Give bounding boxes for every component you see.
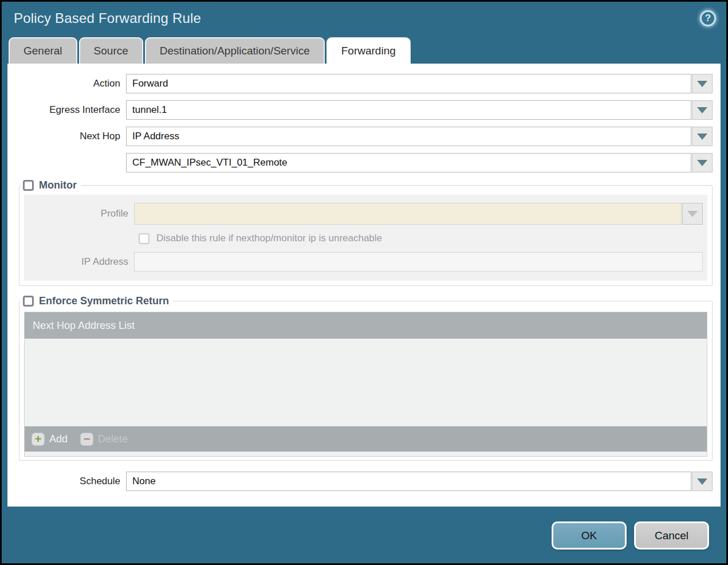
egress-interface-input[interactable] xyxy=(126,100,691,120)
ok-button[interactable]: OK xyxy=(552,521,627,550)
tab-source[interactable]: Source xyxy=(79,37,143,64)
chevron-down-icon xyxy=(697,134,707,140)
action-row: Action xyxy=(7,74,713,93)
help-icon[interactable]: ? xyxy=(700,10,716,26)
dialog-title: Policy Based Forwarding Rule xyxy=(14,10,201,26)
title-bar: Policy Based Forwarding Rule ? xyxy=(2,2,726,35)
tab-forwarding[interactable]: Forwarding xyxy=(326,37,411,65)
monitor-panel: Profile Disable this rule if nexthop/mon… xyxy=(24,195,707,281)
table-header-label: Next Hop Address List xyxy=(33,320,135,332)
action-input[interactable] xyxy=(126,74,691,93)
chevron-down-icon xyxy=(697,478,707,485)
next-hop-address-dropdown-button[interactable] xyxy=(692,153,713,172)
tab-destination-application-service[interactable]: Destination/Application/Service xyxy=(145,37,325,64)
add-button[interactable]: + Add xyxy=(32,433,68,446)
schedule-row: Schedule xyxy=(7,472,713,491)
tab-general[interactable]: General xyxy=(9,37,77,64)
profile-input xyxy=(134,203,682,225)
minus-icon: − xyxy=(80,433,93,446)
table-body[interactable] xyxy=(25,339,707,426)
next-hop-type-dropdown-button[interactable] xyxy=(692,127,713,146)
disable-rule-caption: Disable this rule if nexthop/monitor ip … xyxy=(156,233,382,244)
tab-strip: General Source Destination/Application/S… xyxy=(2,35,726,64)
cancel-button[interactable]: Cancel xyxy=(634,521,709,550)
next-hop-label: Next Hop xyxy=(7,131,126,142)
next-hop-address-combo xyxy=(126,153,713,172)
monitor-checkbox[interactable] xyxy=(23,180,34,191)
table-header: Next Hop Address List xyxy=(25,312,707,339)
disable-rule-checkbox xyxy=(139,233,149,244)
schedule-combo xyxy=(126,472,713,491)
disable-rule-row: Disable this rule if nexthop/monitor ip … xyxy=(139,233,707,244)
egress-interface-row: Egress Interface xyxy=(7,100,713,120)
delete-button-label: Delete xyxy=(98,433,128,445)
profile-label: Profile xyxy=(24,208,134,219)
delete-button: − Delete xyxy=(80,433,128,446)
symmetric-return-fieldset: Enforce Symmetric Return Next Hop Addres… xyxy=(19,295,713,461)
monitor-fieldset: Monitor Profile Disable this rule if nex… xyxy=(19,179,713,286)
table-footer: + Add − Delete xyxy=(25,426,707,452)
action-label: Action xyxy=(7,78,126,89)
symmetric-return-legend: Enforce Symmetric Return xyxy=(20,295,173,307)
monitor-legend-label: Monitor xyxy=(39,179,77,191)
profile-dropdown-button xyxy=(682,203,703,225)
egress-interface-label: Egress Interface xyxy=(7,104,126,116)
monitor-legend: Monitor xyxy=(20,179,81,191)
next-hop-type-input[interactable] xyxy=(126,127,691,146)
next-hop-address-input[interactable] xyxy=(126,153,691,172)
dialog-footer: OK Cancel xyxy=(2,507,726,563)
symmetric-return-checkbox[interactable] xyxy=(23,296,34,307)
egress-interface-dropdown-button[interactable] xyxy=(692,100,713,120)
plus-icon: + xyxy=(32,433,45,446)
next-hop-row: Next Hop xyxy=(7,127,713,146)
monitor-ip-address-combo xyxy=(134,252,703,272)
monitor-ip-address-input xyxy=(134,252,703,272)
action-combo xyxy=(126,74,713,93)
add-button-label: Add xyxy=(49,433,68,445)
symmetric-return-legend-label: Enforce Symmetric Return xyxy=(39,295,169,307)
chevron-down-icon xyxy=(697,107,707,113)
egress-interface-combo xyxy=(126,100,713,120)
schedule-label: Schedule xyxy=(7,476,126,487)
chevron-down-icon xyxy=(697,160,707,166)
next-hop-type-combo xyxy=(126,127,713,146)
chevron-down-icon xyxy=(687,211,698,217)
schedule-dropdown-button[interactable] xyxy=(692,472,713,491)
monitor-ip-address-label: IP Address xyxy=(24,256,134,268)
profile-row: Profile xyxy=(24,203,703,225)
monitor-ip-address-row: IP Address xyxy=(24,252,703,272)
action-dropdown-button[interactable] xyxy=(692,74,713,93)
schedule-input[interactable] xyxy=(126,472,691,491)
profile-combo xyxy=(134,203,703,225)
forwarding-tab-panel: Action Egress Interface Next Hop xyxy=(7,64,721,507)
next-hop-address-row xyxy=(7,153,713,172)
policy-based-forwarding-dialog: Policy Based Forwarding Rule ? General S… xyxy=(0,0,728,565)
next-hop-address-list-table: Next Hop Address List + Add − Delete xyxy=(24,312,707,457)
chevron-down-icon xyxy=(697,81,707,87)
